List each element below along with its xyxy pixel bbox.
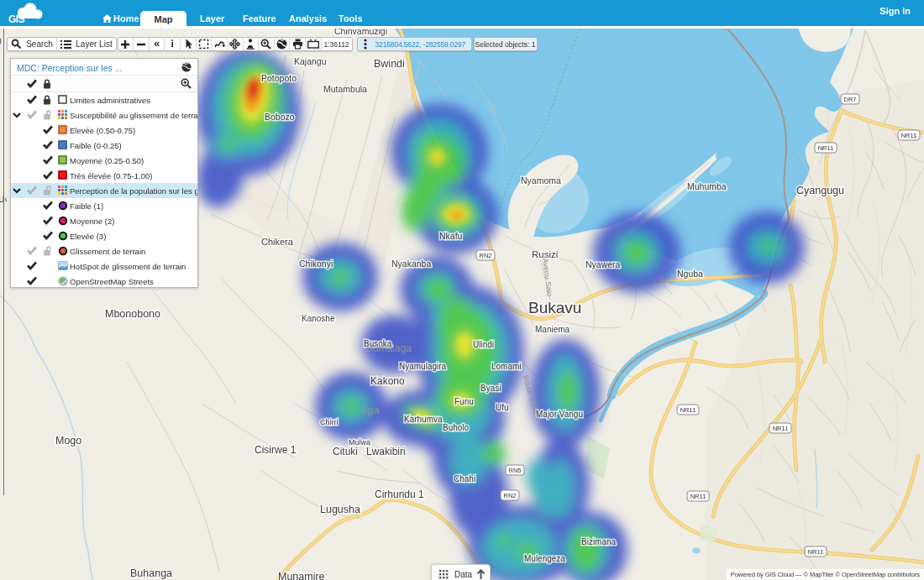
svg-text:Kajangu: Kajangu	[294, 56, 327, 66]
svg-text:RN2: RN2	[503, 492, 516, 499]
svg-text:NR11: NR11	[680, 406, 696, 414]
svg-text:Karhumva: Karhumva	[404, 415, 443, 424]
svg-text:Bwindi: Bwindi	[374, 58, 405, 70]
svg-text:Cyangugu: Cyangugu	[796, 185, 844, 196]
svg-text:Chikera: Chikera	[261, 237, 294, 247]
svg-text:Cirhundu 1: Cirhundu 1	[375, 489, 424, 500]
svg-text:Ulindi: Ulindi	[473, 340, 494, 349]
svg-text:Mulengeza: Mulengeza	[524, 554, 565, 563]
svg-text:NR11: NR11	[901, 132, 917, 139]
svg-text:Lwakibiri: Lwakibiri	[366, 446, 406, 457]
svg-text:Chirri: Chirri	[320, 418, 339, 426]
svg-text:Chahi: Chahi	[454, 474, 475, 483]
svg-text:Maniema: Maniema	[535, 325, 570, 334]
svg-text:DR7: DR7	[843, 96, 856, 103]
svg-text:NR11: NR11	[690, 493, 706, 500]
svg-text:nga: nga	[361, 404, 380, 416]
svg-text:GIS: GIS	[8, 13, 25, 25]
svg-text:Cisirwe 1: Cisirwe 1	[255, 444, 297, 456]
svg-text:Byasi: Byasi	[480, 384, 501, 393]
svg-text:Bumalaga: Bumalaga	[366, 342, 412, 354]
svg-text:Mbonobono: Mbonobono	[105, 308, 160, 320]
svg-text:RN2: RN2	[479, 252, 491, 259]
svg-text:NR11: NR11	[818, 144, 834, 152]
svg-text:Kakono: Kakono	[370, 375, 405, 387]
svg-text:Mogo: Mogo	[55, 435, 81, 447]
svg-text:Muhumba: Muhumba	[687, 181, 727, 191]
svg-text:Chikonyi: Chikonyi	[299, 259, 333, 269]
svg-text:Bizimana: Bizimana	[581, 537, 617, 546]
svg-text:Funu: Funu	[454, 397, 474, 406]
svg-text:NR11: NR11	[773, 425, 789, 432]
svg-text:Bobozo: Bobozo	[265, 112, 295, 122]
svg-text:Cituki: Cituki	[333, 446, 358, 457]
svg-text:Lomami: Lomami	[491, 362, 522, 371]
svg-text:Buholo: Buholo	[443, 423, 470, 432]
svg-text:RN5: RN5	[508, 467, 521, 474]
svg-text:Nyamoma: Nyamoma	[521, 175, 561, 185]
svg-text:Mutambula: Mutambula	[323, 84, 367, 94]
svg-text:Nyamulagira: Nyamulagira	[399, 362, 447, 371]
svg-text:Potopoto: Potopoto	[261, 73, 297, 83]
svg-text:Nyawera: Nyawera	[585, 259, 621, 269]
svg-text:Lugusha: Lugusha	[320, 504, 360, 515]
svg-text:Bukavu: Bukavu	[528, 299, 581, 316]
svg-text:Nyakanba: Nyakanba	[391, 259, 431, 269]
svg-text:Buhanga: Buhanga	[130, 567, 172, 579]
svg-text:Ufu: Ufu	[496, 403, 509, 412]
svg-text:Nkafu: Nkafu	[439, 231, 463, 241]
svg-text:Nguba: Nguba	[677, 269, 703, 279]
svg-text:Munamire: Munamire	[278, 571, 325, 580]
svg-text:NR11: NR11	[808, 548, 824, 556]
svg-text:Kanoshe: Kanoshe	[302, 314, 335, 323]
